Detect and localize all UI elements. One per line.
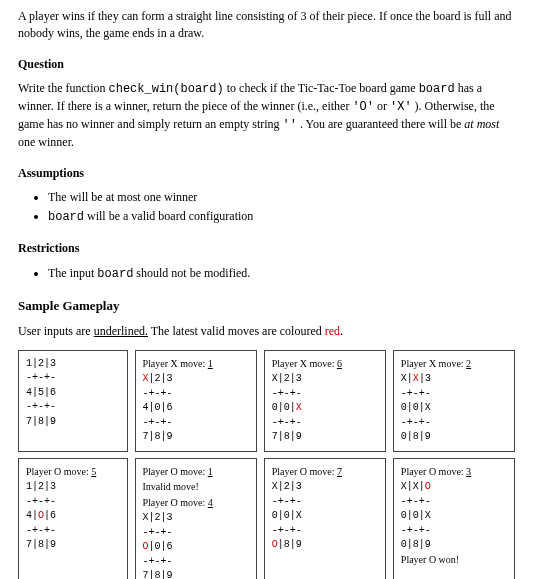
invalid-text: Invalid move! <box>143 481 199 492</box>
prompt-text: Player O move: <box>26 466 91 477</box>
question-text-mid4: . You are guaranteed there will be <box>297 117 464 131</box>
assumptions-item-2: board will be a valid board configuratio… <box>48 208 515 226</box>
user-input: 1 <box>208 358 213 369</box>
prompt-text: Player O move: <box>401 466 466 477</box>
assumptions-item-2-rest: will be a valid board configuration <box>84 209 253 223</box>
question-board-code: board <box>419 82 455 96</box>
move-mark: X <box>296 402 302 413</box>
question-heading: Question <box>18 56 515 73</box>
user-input: 2 <box>466 358 471 369</box>
gameplay-row-2: Player O move: 5 1|2|3 -+-+- 4|O|6 -+-+-… <box>18 458 515 579</box>
gameplay-box-r2c3: Player O move: 7 X|2|3 -+-+- 0|0|X -+-+-… <box>264 458 386 579</box>
prompt-text: Player X move: <box>272 358 337 369</box>
move-mark: O <box>425 481 431 492</box>
restrictions-item-1: The input board should not be modified. <box>48 265 515 283</box>
user-input: 3 <box>466 466 471 477</box>
gameplay-box-r1c2: Player X move: 1 X|2|3 -+-+- 4|0|6 -+-+-… <box>135 350 257 452</box>
restrictions-board-code: board <box>97 267 133 281</box>
sample-note: User inputs are underlined. The latest v… <box>18 323 515 340</box>
board-post: -+-+- 0|0|X -+-+- 0|8|9 <box>401 496 431 551</box>
question-lit-empty: '' <box>283 118 297 132</box>
restrictions-post: should not be modified. <box>133 266 250 280</box>
assumptions-item-1: The will be at most one winner <box>48 189 515 206</box>
sample-note-red: red <box>325 324 340 338</box>
question-func-code: check_win(board) <box>109 82 224 96</box>
question-text-mid1: to check if the Tic-Tac-Toe board game <box>224 81 419 95</box>
user-input: 1 <box>208 466 213 477</box>
gameplay-row-1: 1|2|3 -+-+- 4|5|6 -+-+- 7|8|9 Player X m… <box>18 350 515 452</box>
assumptions-board-code: board <box>48 210 84 224</box>
board-pre: X|2|3 -+-+- <box>143 512 173 538</box>
board-pre: X|X| <box>401 481 425 492</box>
board-pre: X|2|3 -+-+- 0|0|X -+-+- <box>272 481 302 536</box>
question-atmost-ital: at most <box>464 117 499 131</box>
board-pre: X| <box>401 373 413 384</box>
restrictions-list: The input board should not be modified. <box>18 265 515 283</box>
user-input: 5 <box>91 466 96 477</box>
question-paragraph: Write the function check_win(board) to c… <box>18 80 515 150</box>
prompt-text2: Player O move: <box>143 497 208 508</box>
sample-note-dot: . <box>340 324 343 338</box>
board-text: 1|2|3 -+-+- 4|5|6 -+-+- 7|8|9 <box>26 358 56 427</box>
assumptions-heading: Assumptions <box>18 165 515 182</box>
user-input: 6 <box>337 358 342 369</box>
prompt-text: Player O move: <box>143 466 208 477</box>
sample-note-pre: User inputs are <box>18 324 94 338</box>
question-atmost-rest: one winner. <box>18 135 74 149</box>
restrictions-pre: The input <box>48 266 97 280</box>
prompt-text: Player O move: <box>272 466 337 477</box>
question-text-pre: Write the function <box>18 81 109 95</box>
intro-paragraph: A player wins if they can form a straigh… <box>18 8 515 42</box>
gameplay-box-r1c4: Player X move: 2 X|X|3 -+-+- 0|0|X -+-+-… <box>393 350 515 452</box>
gameplay-box-r2c4: Player O move: 3 X|X|O -+-+- 0|0|X -+-+-… <box>393 458 515 579</box>
gameplay-box-r1c1: 1|2|3 -+-+- 4|5|6 -+-+- 7|8|9 <box>18 350 128 452</box>
sample-note-post: The latest valid moves are coloured <box>148 324 325 338</box>
assumptions-list: The will be at most one winner board wil… <box>18 189 515 226</box>
gameplay-box-r2c1: Player O move: 5 1|2|3 -+-+- 4|O|6 -+-+-… <box>18 458 128 579</box>
document-page: A player wins if they can form a straigh… <box>0 0 533 579</box>
restrictions-heading: Restrictions <box>18 240 515 257</box>
user-input2: 4 <box>208 497 213 508</box>
prompt-text: Player X move: <box>401 358 466 369</box>
question-lit-o: 'O' <box>352 100 374 114</box>
question-lit-x: 'X' <box>390 100 412 114</box>
sample-heading: Sample Gameplay <box>18 297 515 315</box>
user-input: 7 <box>337 466 342 477</box>
question-text-or: or <box>374 99 390 113</box>
board-post: -+-+- 7|8|9 <box>272 417 302 443</box>
board-post: |8|9 <box>278 539 302 550</box>
gameplay-box-r2c2: Player O move: 1 Invalid move! Player O … <box>135 458 257 579</box>
won-text: Player O won! <box>401 554 459 565</box>
sample-note-underlined: underlined. <box>94 324 148 338</box>
gameplay-box-r1c3: Player X move: 6 X|2|3 -+-+- 0|0|X -+-+-… <box>264 350 386 452</box>
prompt-text: Player X move: <box>143 358 208 369</box>
